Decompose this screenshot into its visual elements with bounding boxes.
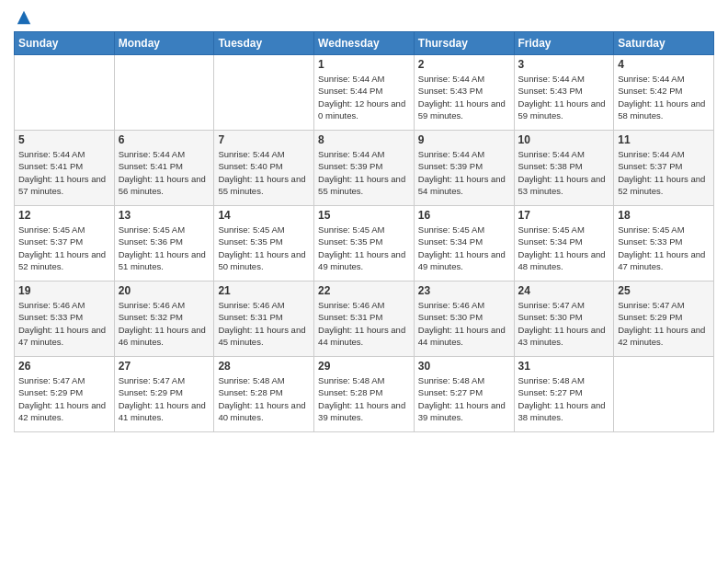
day-number: 18 xyxy=(618,209,710,222)
calendar-cell: 18Sunrise: 5:45 AM Sunset: 5:33 PM Dayli… xyxy=(614,206,714,282)
day-info: Sunrise: 5:45 AM Sunset: 5:35 PM Dayligh… xyxy=(218,224,310,272)
calendar-cell: 19Sunrise: 5:46 AM Sunset: 5:33 PM Dayli… xyxy=(15,282,115,357)
calendar-cell: 5Sunrise: 5:44 AM Sunset: 5:41 PM Daylig… xyxy=(15,131,115,206)
day-info: Sunrise: 5:45 AM Sunset: 5:34 PM Dayligh… xyxy=(518,224,610,272)
page: SundayMondayTuesdayWednesdayThursdayFrid… xyxy=(0,0,728,563)
calendar-body: 1Sunrise: 5:44 AM Sunset: 5:44 PM Daylig… xyxy=(15,55,714,432)
calendar-cell: 3Sunrise: 5:44 AM Sunset: 5:43 PM Daylig… xyxy=(514,55,614,131)
day-info: Sunrise: 5:48 AM Sunset: 5:28 PM Dayligh… xyxy=(318,374,410,423)
day-info: Sunrise: 5:45 AM Sunset: 5:36 PM Dayligh… xyxy=(119,224,210,272)
day-info: Sunrise: 5:44 AM Sunset: 5:39 PM Dayligh… xyxy=(418,148,510,197)
header-day-tuesday: Tuesday xyxy=(214,32,314,55)
day-number: 26 xyxy=(18,360,110,373)
calendar-cell: 17Sunrise: 5:45 AM Sunset: 5:34 PM Dayli… xyxy=(514,206,614,282)
day-number: 10 xyxy=(518,133,610,146)
week-row-0: 1Sunrise: 5:44 AM Sunset: 5:44 PM Daylig… xyxy=(15,55,714,131)
week-row-1: 5Sunrise: 5:44 AM Sunset: 5:41 PM Daylig… xyxy=(15,131,714,206)
week-row-2: 12Sunrise: 5:45 AM Sunset: 5:37 PM Dayli… xyxy=(15,206,714,282)
day-info: Sunrise: 5:44 AM Sunset: 5:42 PM Dayligh… xyxy=(618,73,710,121)
header-day-thursday: Thursday xyxy=(414,32,514,55)
calendar-cell: 14Sunrise: 5:45 AM Sunset: 5:35 PM Dayli… xyxy=(214,206,314,282)
day-info: Sunrise: 5:44 AM Sunset: 5:39 PM Dayligh… xyxy=(318,148,410,197)
day-number: 5 xyxy=(18,133,110,146)
day-info: Sunrise: 5:47 AM Sunset: 5:29 PM Dayligh… xyxy=(119,374,210,423)
calendar-cell: 12Sunrise: 5:45 AM Sunset: 5:37 PM Dayli… xyxy=(15,206,115,282)
day-number: 22 xyxy=(318,284,410,297)
day-info: Sunrise: 5:44 AM Sunset: 5:40 PM Dayligh… xyxy=(218,148,310,197)
day-number: 8 xyxy=(318,133,410,146)
day-info: Sunrise: 5:46 AM Sunset: 5:33 PM Dayligh… xyxy=(18,299,110,348)
day-number: 7 xyxy=(218,133,310,146)
calendar-cell: 25Sunrise: 5:47 AM Sunset: 5:29 PM Dayli… xyxy=(614,282,714,357)
header-day-monday: Monday xyxy=(114,32,214,55)
calendar-cell: 13Sunrise: 5:45 AM Sunset: 5:36 PM Dayli… xyxy=(114,206,214,282)
calendar-cell: 30Sunrise: 5:48 AM Sunset: 5:27 PM Dayli… xyxy=(414,357,514,432)
day-info: Sunrise: 5:44 AM Sunset: 5:37 PM Dayligh… xyxy=(618,148,710,197)
calendar-cell: 29Sunrise: 5:48 AM Sunset: 5:28 PM Dayli… xyxy=(314,357,415,432)
calendar-header: SundayMondayTuesdayWednesdayThursdayFrid… xyxy=(15,32,714,55)
day-info: Sunrise: 5:47 AM Sunset: 5:30 PM Dayligh… xyxy=(518,299,610,348)
day-number: 3 xyxy=(518,58,610,71)
calendar-cell: 28Sunrise: 5:48 AM Sunset: 5:28 PM Dayli… xyxy=(214,357,314,432)
day-number: 1 xyxy=(318,58,410,71)
logo xyxy=(14,9,32,26)
day-info: Sunrise: 5:45 AM Sunset: 5:34 PM Dayligh… xyxy=(418,224,510,272)
logo-icon xyxy=(16,9,32,26)
calendar-cell xyxy=(114,55,214,131)
calendar-cell: 16Sunrise: 5:45 AM Sunset: 5:34 PM Dayli… xyxy=(414,206,514,282)
day-number: 11 xyxy=(618,133,710,146)
calendar-cell: 2Sunrise: 5:44 AM Sunset: 5:43 PM Daylig… xyxy=(414,55,514,131)
calendar-cell: 7Sunrise: 5:44 AM Sunset: 5:40 PM Daylig… xyxy=(214,131,314,206)
day-number: 12 xyxy=(18,209,110,222)
day-number: 17 xyxy=(518,209,610,222)
day-info: Sunrise: 5:44 AM Sunset: 5:41 PM Dayligh… xyxy=(119,148,210,197)
header-day-wednesday: Wednesday xyxy=(314,32,415,55)
logo-area xyxy=(14,9,32,26)
day-info: Sunrise: 5:44 AM Sunset: 5:44 PM Dayligh… xyxy=(318,73,410,121)
calendar-cell: 26Sunrise: 5:47 AM Sunset: 5:29 PM Dayli… xyxy=(15,357,115,432)
day-number: 20 xyxy=(119,284,210,297)
calendar-cell: 9Sunrise: 5:44 AM Sunset: 5:39 PM Daylig… xyxy=(414,131,514,206)
day-number: 27 xyxy=(119,360,210,373)
day-info: Sunrise: 5:48 AM Sunset: 5:27 PM Dayligh… xyxy=(418,374,510,423)
calendar-cell: 31Sunrise: 5:48 AM Sunset: 5:27 PM Dayli… xyxy=(514,357,614,432)
day-number: 21 xyxy=(218,284,310,297)
calendar-cell: 6Sunrise: 5:44 AM Sunset: 5:41 PM Daylig… xyxy=(114,131,214,206)
day-number: 25 xyxy=(618,284,710,297)
calendar-cell: 10Sunrise: 5:44 AM Sunset: 5:38 PM Dayli… xyxy=(514,131,614,206)
day-number: 2 xyxy=(418,58,510,71)
day-info: Sunrise: 5:44 AM Sunset: 5:43 PM Dayligh… xyxy=(518,73,610,121)
day-number: 13 xyxy=(119,209,210,222)
calendar-cell xyxy=(15,55,115,131)
header-row: SundayMondayTuesdayWednesdayThursdayFrid… xyxy=(15,32,714,55)
day-info: Sunrise: 5:45 AM Sunset: 5:37 PM Dayligh… xyxy=(18,224,110,272)
week-row-3: 19Sunrise: 5:46 AM Sunset: 5:33 PM Dayli… xyxy=(15,282,714,357)
day-info: Sunrise: 5:44 AM Sunset: 5:38 PM Dayligh… xyxy=(518,148,610,197)
calendar-cell: 23Sunrise: 5:46 AM Sunset: 5:30 PM Dayli… xyxy=(414,282,514,357)
calendar-cell: 15Sunrise: 5:45 AM Sunset: 5:35 PM Dayli… xyxy=(314,206,415,282)
calendar-cell: 4Sunrise: 5:44 AM Sunset: 5:42 PM Daylig… xyxy=(614,55,714,131)
day-info: Sunrise: 5:46 AM Sunset: 5:30 PM Dayligh… xyxy=(418,299,510,348)
calendar-cell: 8Sunrise: 5:44 AM Sunset: 5:39 PM Daylig… xyxy=(314,131,415,206)
day-number: 9 xyxy=(418,133,510,146)
day-info: Sunrise: 5:46 AM Sunset: 5:31 PM Dayligh… xyxy=(318,299,410,348)
day-number: 24 xyxy=(518,284,610,297)
day-info: Sunrise: 5:44 AM Sunset: 5:43 PM Dayligh… xyxy=(418,73,510,121)
calendar-cell: 1Sunrise: 5:44 AM Sunset: 5:44 PM Daylig… xyxy=(314,55,415,131)
day-info: Sunrise: 5:47 AM Sunset: 5:29 PM Dayligh… xyxy=(18,374,110,423)
calendar-cell: 21Sunrise: 5:46 AM Sunset: 5:31 PM Dayli… xyxy=(214,282,314,357)
header-day-friday: Friday xyxy=(514,32,614,55)
calendar-cell xyxy=(214,55,314,131)
calendar-cell: 24Sunrise: 5:47 AM Sunset: 5:30 PM Dayli… xyxy=(514,282,614,357)
calendar-cell: 20Sunrise: 5:46 AM Sunset: 5:32 PM Dayli… xyxy=(114,282,214,357)
day-info: Sunrise: 5:47 AM Sunset: 5:29 PM Dayligh… xyxy=(618,299,710,348)
day-number: 23 xyxy=(418,284,510,297)
day-info: Sunrise: 5:48 AM Sunset: 5:28 PM Dayligh… xyxy=(218,374,310,423)
day-number: 31 xyxy=(518,360,610,373)
day-number: 6 xyxy=(119,133,210,146)
calendar-table: SundayMondayTuesdayWednesdayThursdayFrid… xyxy=(14,31,714,432)
svg-marker-0 xyxy=(17,11,30,24)
day-info: Sunrise: 5:46 AM Sunset: 5:32 PM Dayligh… xyxy=(119,299,210,348)
calendar-cell: 27Sunrise: 5:47 AM Sunset: 5:29 PM Dayli… xyxy=(114,357,214,432)
day-number: 29 xyxy=(318,360,410,373)
